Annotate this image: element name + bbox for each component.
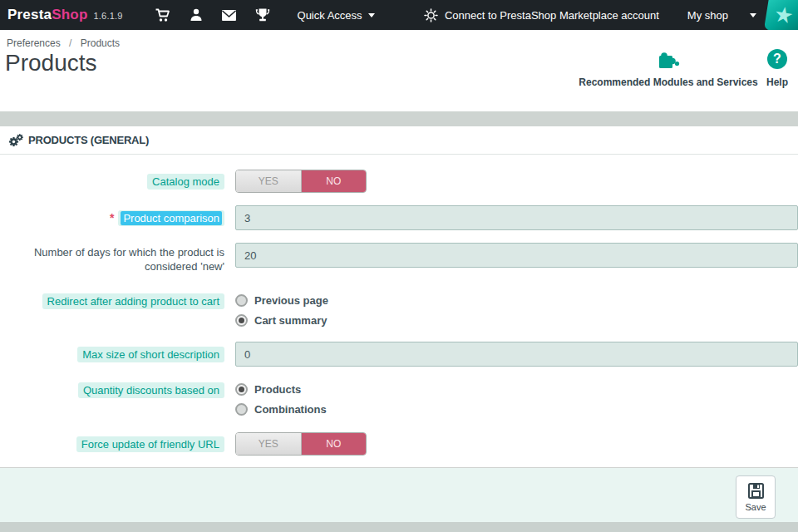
topbar-icons <box>146 0 279 30</box>
days-new-row: Number of days for which the product is … <box>0 243 798 279</box>
brand-shop: Shop <box>52 7 87 23</box>
friendly-url-yes-button[interactable]: YES <box>236 433 302 455</box>
days-new-label: Number of days for which the product is … <box>10 243 224 273</box>
shop-dropdown-caret-icon[interactable] <box>750 13 756 17</box>
user-icon[interactable] <box>180 0 213 30</box>
prestashop-admin: PrestaShop 1.6.1.9 Quick Access Connect … <box>0 0 798 532</box>
catalog-mode-no-button[interactable]: NO <box>302 170 367 192</box>
my-shop-label: My shop <box>687 9 728 22</box>
days-new-input[interactable] <box>235 243 798 268</box>
page-title: Products <box>5 50 97 76</box>
help-icon: ? <box>758 47 796 71</box>
puzzle-icon <box>575 47 761 71</box>
quick-access-label: Quick Access <box>298 9 362 22</box>
friendly-url-toggle: YES NO <box>235 432 367 456</box>
floppy-disk-icon <box>747 482 765 500</box>
my-shop-link[interactable]: My shop <box>687 9 728 22</box>
product-comparison-row: * Product comparison <box>0 205 798 230</box>
max-short-description-label: Max size of short description <box>77 347 224 362</box>
cart-icon[interactable] <box>146 0 180 30</box>
friendly-url-no-button[interactable]: NO <box>302 433 367 455</box>
quantity-option-products[interactable]: Products <box>235 382 798 397</box>
save-button[interactable]: Save <box>736 475 776 519</box>
catalog-mode-row: Catalog mode YES NO <box>0 170 798 193</box>
radio-unchecked-icon[interactable] <box>235 294 248 307</box>
product-comparison-label: Product comparison <box>118 210 224 226</box>
breadcrumb-products[interactable]: Products <box>81 37 120 49</box>
radio-checked-icon[interactable] <box>235 314 248 327</box>
gears-icon <box>8 134 23 147</box>
product-comparison-input[interactable] <box>235 205 798 230</box>
redirect-option-previous[interactable]: Previous page <box>235 293 798 308</box>
radio-checked-icon[interactable] <box>235 383 248 396</box>
redirect-option-cart[interactable]: Cart summary <box>235 313 798 328</box>
star-icon: ★ <box>772 2 795 27</box>
quick-access-menu[interactable]: Quick Access <box>298 9 375 22</box>
marketplace-label: Connect to PrestaShop Marketplace accoun… <box>445 9 659 22</box>
recommended-modules-label: Recommended Modules and Services <box>575 76 761 88</box>
save-button-label: Save <box>745 502 766 512</box>
brand-presta: Presta <box>7 7 52 23</box>
panel-heading-label: PRODUCTS (GENERAL) <box>28 134 149 146</box>
redirect-label: Redirect after adding product to cart <box>42 293 224 309</box>
connect-icon <box>424 8 438 22</box>
max-short-description-row: Max size of short description <box>0 342 798 367</box>
breadcrumb-separator: / <box>69 37 71 49</box>
marketplace-link[interactable]: Connect to PrestaShop Marketplace accoun… <box>424 8 659 22</box>
breadcrumb-preferences[interactable]: Preferences <box>7 37 61 49</box>
mail-icon[interactable] <box>213 0 246 30</box>
radio-unchecked-icon[interactable] <box>235 403 248 416</box>
quantity-discounts-label: Quantity discounts based on <box>78 382 224 398</box>
panel-heading: PRODUCTS (GENERAL) <box>0 126 798 155</box>
catalog-mode-yes-button[interactable]: YES <box>236 170 302 192</box>
products-general-panel: PRODUCTS (GENERAL) Catalog mode YES NO *… <box>0 126 798 522</box>
breadcrumb: Preferences / Products <box>7 37 120 49</box>
redirect-row: Redirect after adding product to cart Pr… <box>0 293 798 332</box>
max-short-description-input[interactable] <box>235 342 798 367</box>
help-button[interactable]: ? Help <box>758 47 796 88</box>
chevron-down-icon <box>368 13 375 17</box>
quantity-discounts-row: Quantity discounts based on Products Com… <box>0 382 798 421</box>
help-label: Help <box>758 76 796 88</box>
catalog-mode-toggle: YES NO <box>235 170 367 193</box>
catalog-mode-label: Catalog mode <box>147 174 224 190</box>
prestashop-logo[interactable]: PrestaShop 1.6.1.9 <box>7 7 123 23</box>
recommended-modules-button[interactable]: Recommended Modules and Services <box>575 47 761 88</box>
required-asterisk: * <box>110 211 114 224</box>
panel-footer: Save <box>0 467 798 522</box>
version-label: 1.6.1.9 <box>93 11 122 21</box>
friendly-url-row: Force update of friendly URL YES NO <box>0 432 798 456</box>
topbar: PrestaShop 1.6.1.9 Quick Access Connect … <box>0 0 798 30</box>
page-header: Preferences / Products Products Recommen… <box>0 30 798 111</box>
trophy-icon[interactable] <box>246 0 279 30</box>
toolbar-spacer <box>0 111 798 126</box>
quantity-option-combinations[interactable]: Combinations <box>235 401 798 416</box>
friendly-url-label: Force update of friendly URL <box>76 436 224 452</box>
